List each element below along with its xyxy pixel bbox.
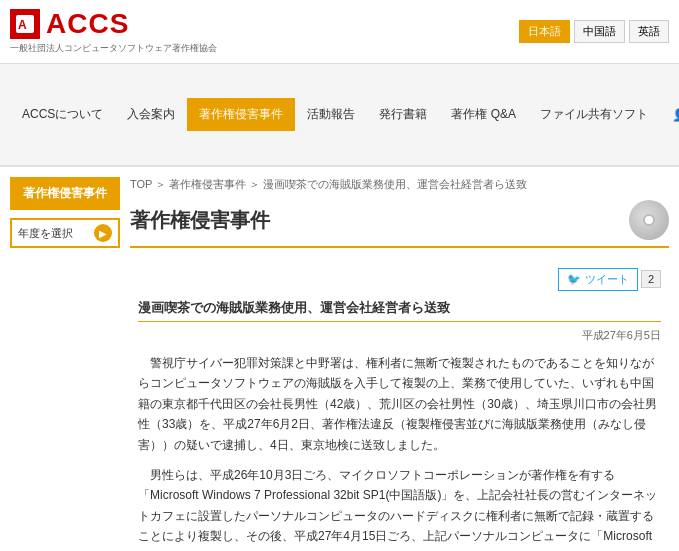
breadcrumb-top[interactable]: TOP bbox=[130, 178, 152, 190]
logo-text: A ACCS bbox=[10, 8, 217, 40]
tweet-label: ツイート bbox=[585, 272, 629, 287]
lang-buttons: 日本語 中国語 英語 bbox=[519, 20, 669, 43]
nav-books[interactable]: 発行書籍 bbox=[367, 98, 439, 131]
twitter-icon: 🐦 bbox=[567, 273, 581, 286]
logo-icon: A bbox=[10, 9, 40, 39]
content-wrapper: 著作権侵害事件 年度を選択 ▶ TOP ＞ 著作権侵害事件 ＞ 漫画喫茶での海賊… bbox=[0, 167, 679, 551]
sidebar-year-select[interactable]: 年度を選択 ▶ bbox=[10, 218, 120, 248]
lang-btn-english[interactable]: 英語 bbox=[629, 20, 669, 43]
sidebar-arrow-icon: ▶ bbox=[94, 224, 112, 242]
nav-about[interactable]: ACCSについて bbox=[10, 98, 115, 131]
svg-text:A: A bbox=[18, 18, 27, 32]
article-area: 🐦 ツイート 2 漫画喫茶での海賊版業務使用、運営会社経営者ら送致 平成27年6… bbox=[130, 260, 669, 551]
tweet-count: 2 bbox=[641, 270, 661, 288]
breadcrumb-sep1: ＞ bbox=[155, 178, 169, 190]
logo-accs-text: ACCS bbox=[46, 8, 129, 40]
logo-area: A ACCS 一般社団法人コンピュータソフトウェア著作権協会 bbox=[10, 8, 217, 55]
sidebar: 著作権侵害事件 年度を選択 ▶ bbox=[10, 177, 120, 551]
breadcrumb: TOP ＞ 著作権侵害事件 ＞ 漫画喫茶での海賊版業務使用、運営会社経営者ら送致 bbox=[130, 177, 669, 192]
breadcrumb-category[interactable]: 著作権侵害事件 bbox=[169, 178, 246, 190]
article-subtitle: 漫画喫茶での海賊版業務使用、運営会社経営者ら送致 bbox=[138, 299, 661, 322]
article-paragraph-1: 警視庁サイバー犯罪対策課と中野署は、権利者に無断で複製されたものであることを知り… bbox=[138, 353, 661, 455]
member-icon: 👤 bbox=[672, 108, 679, 122]
nav-copyright-cases[interactable]: 著作権侵害事件 bbox=[187, 98, 295, 131]
lang-btn-japanese[interactable]: 日本語 bbox=[519, 20, 570, 43]
header: A ACCS 一般社団法人コンピュータソフトウェア著作権協会 日本語 中国語 英… bbox=[0, 0, 679, 64]
nav-qa[interactable]: 著作権 Q&A bbox=[439, 98, 528, 131]
breadcrumb-current: 漫画喫茶での海賊版業務使用、運営会社経営者ら送致 bbox=[263, 178, 527, 190]
nav-filesharing[interactable]: ファイル共有ソフト bbox=[528, 98, 660, 131]
tweet-bar: 🐦 ツイート 2 bbox=[138, 268, 661, 291]
sidebar-category-btn[interactable]: 著作権侵害事件 bbox=[10, 177, 120, 210]
article-date: 平成27年6月5日 bbox=[138, 328, 661, 343]
breadcrumb-sep2: ＞ bbox=[249, 178, 263, 190]
main-content: TOP ＞ 著作権侵害事件 ＞ 漫画喫茶での海賊版業務使用、運営会社経営者ら送致… bbox=[130, 177, 669, 551]
logo-subtitle: 一般社団法人コンピュータソフトウェア著作権協会 bbox=[10, 42, 217, 55]
article-paragraph-2: 男性らは、平成26年10月3日ごろ、マイクロソフトコーポレーションが著作権を有す… bbox=[138, 465, 661, 551]
cd-icon bbox=[629, 200, 669, 240]
page-title-area: 著作権侵害事件 bbox=[130, 200, 669, 248]
main-nav: ACCSについて 入会案内 著作権侵害事件 活動報告 発行書籍 著作権 Q&A … bbox=[0, 64, 679, 167]
nav-activities[interactable]: 活動報告 bbox=[295, 98, 367, 131]
nav-member-page[interactable]: 👤 会員ページ bbox=[660, 64, 679, 165]
tweet-button[interactable]: 🐦 ツイート bbox=[558, 268, 638, 291]
article-body: 警視庁サイバー犯罪対策課と中野署は、権利者に無断で複製されたものであることを知り… bbox=[138, 353, 661, 551]
page-title: 著作権侵害事件 bbox=[130, 207, 270, 234]
cd-icon-inner bbox=[643, 214, 655, 226]
sidebar-year-label: 年度を選択 bbox=[18, 226, 94, 241]
lang-btn-chinese[interactable]: 中国語 bbox=[574, 20, 625, 43]
nav-join[interactable]: 入会案内 bbox=[115, 98, 187, 131]
